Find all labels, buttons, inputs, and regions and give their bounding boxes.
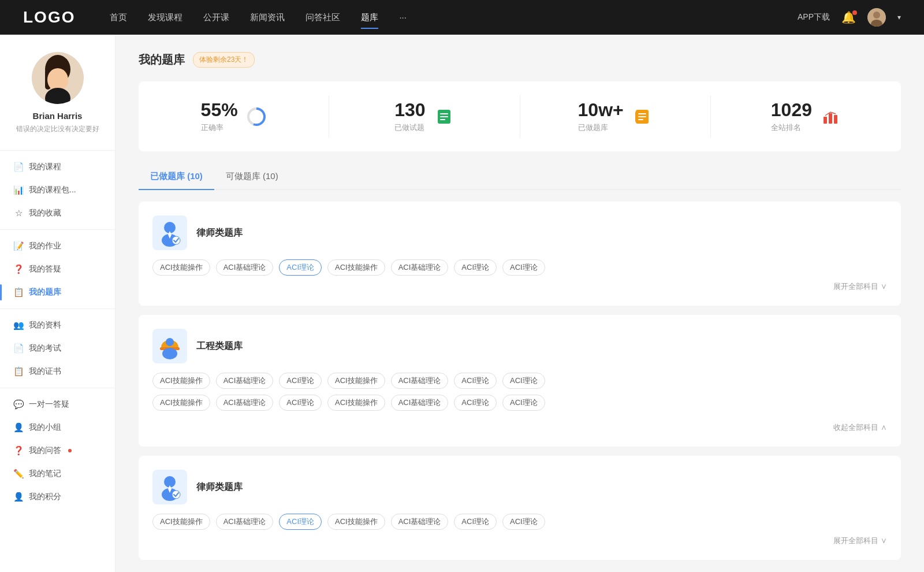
sidebar: Brian Harris 错误的决定比没有决定要好 📄 我的课程 📊 我的课程包… xyxy=(0,35,116,572)
done-banks-icon xyxy=(632,106,653,127)
nav-open-course[interactable]: 公开课 xyxy=(203,10,229,25)
nav-home[interactable]: 首页 xyxy=(110,10,127,25)
stat-banks-text: 10w+ 已做题库 xyxy=(578,100,624,133)
nav-qa[interactable]: 问答社区 xyxy=(305,10,340,25)
notification-dot xyxy=(852,10,857,15)
qbank-card-2-tags-section: ACI技能操作 ACI基础理论 ACI理论 ACI技能操作 ACI基础理论 AC… xyxy=(152,373,887,433)
page-title: 我的题库 xyxy=(139,52,185,68)
stat-done-text: 130 已做试题 xyxy=(394,100,425,133)
sidebar-item-homework[interactable]: 📝 我的作业 xyxy=(0,235,115,258)
avatar-header[interactable] xyxy=(867,8,886,27)
nav-qbank[interactable]: 题库 xyxy=(361,10,378,25)
qbank-1-expand[interactable]: 展开全部科目 ∨ xyxy=(152,281,887,292)
qbank-card-1-header: 律师类题库 xyxy=(152,216,887,250)
sidebar-divider-1 xyxy=(0,150,115,151)
qbank-3-expand[interactable]: 展开全部科目 ∨ xyxy=(152,536,887,546)
sidebar-item-exams[interactable]: 📄 我的考试 xyxy=(0,337,115,360)
qbank-3-tag-1[interactable]: ACI基础理论 xyxy=(216,514,274,530)
svg-rect-12 xyxy=(440,113,448,114)
qbank-2-r1-tag-3[interactable]: ACI技能操作 xyxy=(327,373,385,389)
svg-point-1 xyxy=(873,12,880,18)
nav-news[interactable]: 新闻资讯 xyxy=(250,10,285,25)
sidebar-item-certificates[interactable]: 📋 我的证书 xyxy=(0,360,115,383)
qbank-2-r1-tag-6[interactable]: ACI理论 xyxy=(502,373,545,389)
header-right: APP下载 🔔 ▾ xyxy=(798,8,901,27)
sidebar-item-one-on-one[interactable]: 💬 一对一答疑 xyxy=(0,393,115,416)
qbank-2-r2-tag-2[interactable]: ACI理论 xyxy=(279,395,322,411)
notification-icon[interactable]: 🔔 xyxy=(841,10,856,24)
qbank-card-2-icon xyxy=(152,329,187,363)
qbank-1-tag-0[interactable]: ACI技能操作 xyxy=(152,259,210,276)
certificates-icon: 📋 xyxy=(14,367,23,376)
sidebar-divider-4 xyxy=(0,388,115,388)
sidebar-item-materials[interactable]: 👥 我的资料 xyxy=(0,314,115,337)
sidebar-item-notes[interactable]: ✏️ 我的笔记 xyxy=(0,462,115,485)
qbank-3-tag-6[interactable]: ACI理论 xyxy=(502,514,545,530)
sidebar-item-questions[interactable]: ❓ 我的问答 xyxy=(0,439,115,462)
ranking-icon xyxy=(820,106,841,127)
qbank-3-tag-2[interactable]: ACI理论 xyxy=(279,514,322,530)
sidebar-item-qbank[interactable]: 📋 我的题库 xyxy=(0,281,115,304)
qbank-3-tag-4[interactable]: ACI基础理论 xyxy=(391,514,449,530)
qbank-2-r2-tag-1[interactable]: ACI基础理论 xyxy=(216,395,274,411)
groups-label: 我的小组 xyxy=(29,422,61,433)
sidebar-item-my-qa[interactable]: ❓ 我的答疑 xyxy=(0,258,115,281)
sidebar-item-favorites[interactable]: ☆ 我的收藏 xyxy=(0,202,115,225)
stat-accuracy-text: 55% 正确率 xyxy=(201,100,238,133)
sidebar-item-course-packages[interactable]: 📊 我的课程包... xyxy=(0,179,115,202)
app-download-link[interactable]: APP下载 xyxy=(798,12,830,23)
header: LOGO 首页 发现课程 公开课 新闻资讯 问答社区 题库 ··· APP下载 … xyxy=(0,0,924,35)
qbank-1-tag-2[interactable]: ACI理论 xyxy=(279,259,322,276)
stat-done-label: 已做试题 xyxy=(394,122,425,133)
qbank-2-r1-tag-0[interactable]: ACI技能操作 xyxy=(152,373,210,389)
questions-label: 我的问答 xyxy=(29,445,61,456)
stat-ranking-value: 1029 xyxy=(771,100,812,120)
stat-ranking-text: 1029 全站排名 xyxy=(771,100,812,133)
qbank-2-collapse[interactable]: 收起全部科目 ∧ xyxy=(152,422,887,433)
qbank-2-r2-tag-4[interactable]: ACI基础理论 xyxy=(391,395,449,411)
qbank-2-r1-tag-1[interactable]: ACI基础理论 xyxy=(216,373,274,389)
qbank-2-r1-tag-2[interactable]: ACI理论 xyxy=(279,373,322,389)
qbank-2-r2-tag-6[interactable]: ACI理论 xyxy=(502,395,545,411)
stat-done-banks: 10w+ 已做题库 xyxy=(520,95,711,138)
qbank-tabs: 已做题库 (10) 可做题库 (10) xyxy=(139,165,901,190)
svg-rect-20 xyxy=(824,117,827,124)
qbank-3-tag-0[interactable]: ACI技能操作 xyxy=(152,514,210,530)
my-courses-icon: 📄 xyxy=(14,162,23,172)
profile-avatar xyxy=(32,52,84,104)
nav-more[interactable]: ··· xyxy=(399,10,407,25)
qbank-2-r2-tag-3[interactable]: ACI技能操作 xyxy=(327,395,385,411)
tab-available-banks[interactable]: 可做题库 (10) xyxy=(214,165,290,189)
qbank-1-tag-6[interactable]: ACI理论 xyxy=(502,259,545,276)
qbank-card-1-tags: ACI技能操作 ACI基础理论 ACI理论 ACI技能操作 ACI基础理论 AC… xyxy=(152,259,887,276)
qbank-1-tag-4[interactable]: ACI基础理论 xyxy=(391,259,449,276)
sidebar-item-my-courses[interactable]: 📄 我的课程 xyxy=(0,155,115,179)
sidebar-item-groups[interactable]: 👤 我的小组 xyxy=(0,416,115,439)
stat-accuracy-value: 55% xyxy=(201,100,238,120)
questions-notification-dot xyxy=(68,449,72,452)
qbank-2-r2-tag-5[interactable]: ACI理论 xyxy=(454,395,497,411)
stat-ranking: 1029 全站排名 xyxy=(711,95,901,138)
qbank-3-tag-3[interactable]: ACI技能操作 xyxy=(327,514,385,530)
svg-point-28 xyxy=(166,338,174,346)
qbank-1-tag-3[interactable]: ACI技能操作 xyxy=(327,259,385,276)
sidebar-divider-3 xyxy=(0,309,115,309)
sidebar-item-points[interactable]: 👤 我的积分 xyxy=(0,485,115,508)
sidebar-menu: 📄 我的课程 📊 我的课程包... ☆ 我的收藏 📝 我的作业 ❓ 我的答疑 � xyxy=(0,155,115,508)
qbank-3-tag-5[interactable]: ACI理论 xyxy=(454,514,497,530)
stat-banks-value: 10w+ xyxy=(578,100,624,120)
qbank-card-3: 律师类题库 ACI技能操作 ACI基础理论 ACI理论 ACI技能操作 ACI基… xyxy=(139,456,901,560)
qbank-1-tag-5[interactable]: ACI理论 xyxy=(454,259,497,276)
nav-discover[interactable]: 发现课程 xyxy=(148,10,182,25)
qbank-2-r1-tag-5[interactable]: ACI理论 xyxy=(454,373,497,389)
qbank-1-tag-1[interactable]: ACI基础理论 xyxy=(216,259,274,276)
qbank-2-r1-tag-4[interactable]: ACI基础理论 xyxy=(391,373,449,389)
questions-icon: ❓ xyxy=(14,446,23,455)
qbank-2-r2-tag-0[interactable]: ACI技能操作 xyxy=(152,395,210,411)
notes-label: 我的笔记 xyxy=(29,469,61,479)
accuracy-chart-icon xyxy=(246,106,267,127)
svg-rect-13 xyxy=(440,116,448,117)
tab-done-banks[interactable]: 已做题库 (10) xyxy=(139,165,214,189)
svg-rect-19 xyxy=(635,112,637,122)
avatar-dropdown-arrow[interactable]: ▾ xyxy=(897,13,901,21)
